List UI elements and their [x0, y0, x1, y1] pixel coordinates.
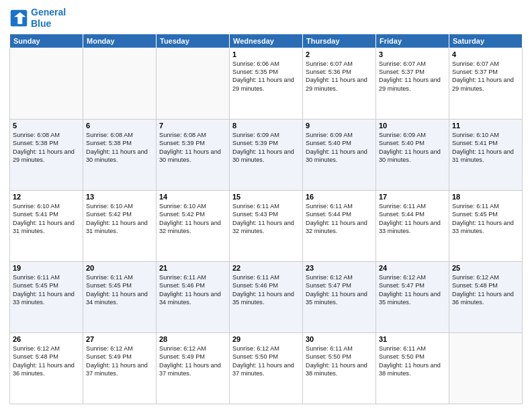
day-info: Sunrise: 6:07 AMSunset: 5:37 PMDaylight:…: [379, 60, 446, 93]
calendar-header-row: SundayMondayTuesdayWednesdayThursdayFrid…: [10, 34, 523, 48]
day-number: 15: [232, 193, 300, 201]
calendar-day-cell: 23Sunrise: 6:12 AMSunset: 5:47 PMDayligh…: [303, 261, 376, 332]
day-info: Sunrise: 6:11 AMSunset: 5:46 PMDaylight:…: [159, 273, 226, 307]
day-number: 6: [86, 122, 153, 130]
calendar-day-cell: 19Sunrise: 6:11 AMSunset: 5:45 PMDayligh…: [10, 261, 83, 332]
day-info: Sunrise: 6:12 AMSunset: 5:50 PMDaylight:…: [232, 345, 300, 378]
day-number: 29: [232, 335, 300, 343]
day-info: Sunrise: 6:06 AMSunset: 5:35 PMDaylight:…: [232, 60, 300, 93]
day-info: Sunrise: 6:10 AMSunset: 5:42 PMDaylight:…: [86, 202, 153, 236]
calendar-day-cell: [449, 332, 523, 404]
calendar-day-cell: 11Sunrise: 6:10 AMSunset: 5:41 PMDayligh…: [449, 119, 523, 190]
day-info: Sunrise: 6:09 AMSunset: 5:39 PMDaylight:…: [232, 131, 300, 165]
day-info: Sunrise: 6:08 AMSunset: 5:39 PMDaylight:…: [159, 131, 226, 165]
day-info: Sunrise: 6:11 AMSunset: 5:45 PMDaylight:…: [452, 202, 519, 236]
calendar-day-header: Sunday: [10, 34, 83, 48]
day-number: 22: [232, 264, 300, 272]
day-info: Sunrise: 6:12 AMSunset: 5:48 PMDaylight:…: [13, 345, 80, 378]
calendar-day-cell: [157, 48, 230, 119]
calendar-week-row: 19Sunrise: 6:11 AMSunset: 5:45 PMDayligh…: [10, 261, 523, 332]
day-number: 28: [159, 335, 226, 343]
day-number: 12: [13, 193, 80, 201]
day-info: Sunrise: 6:11 AMSunset: 5:50 PMDaylight:…: [306, 345, 373, 378]
calendar-table: SundayMondayTuesdayWednesdayThursdayFrid…: [9, 34, 523, 404]
calendar-day-cell: 9Sunrise: 6:09 AMSunset: 5:40 PMDaylight…: [303, 119, 376, 190]
calendar-day-cell: 8Sunrise: 6:09 AMSunset: 5:39 PMDaylight…: [230, 119, 303, 190]
logo: GeneralBlue: [9, 7, 66, 30]
day-info: Sunrise: 6:10 AMSunset: 5:42 PMDaylight:…: [159, 202, 226, 236]
calendar-day-cell: 26Sunrise: 6:12 AMSunset: 5:48 PMDayligh…: [10, 332, 83, 404]
day-number: 1: [232, 50, 300, 58]
day-number: 31: [379, 335, 446, 343]
day-info: Sunrise: 6:08 AMSunset: 5:38 PMDaylight:…: [86, 131, 153, 165]
calendar-day-cell: 4Sunrise: 6:07 AMSunset: 5:37 PMDaylight…: [449, 48, 523, 119]
day-number: 2: [306, 50, 373, 58]
calendar-day-cell: [10, 48, 83, 119]
calendar-week-row: 1Sunrise: 6:06 AMSunset: 5:35 PMDaylight…: [10, 48, 523, 119]
day-info: Sunrise: 6:11 AMSunset: 5:50 PMDaylight:…: [379, 345, 446, 378]
day-info: Sunrise: 6:12 AMSunset: 5:48 PMDaylight:…: [452, 273, 519, 307]
calendar-day-cell: 5Sunrise: 6:08 AMSunset: 5:38 PMDaylight…: [10, 119, 83, 190]
calendar-day-cell: 24Sunrise: 6:12 AMSunset: 5:47 PMDayligh…: [376, 261, 449, 332]
day-number: 3: [379, 50, 446, 58]
header: GeneralBlue: [9, 7, 523, 30]
calendar-day-cell: 3Sunrise: 6:07 AMSunset: 5:37 PMDaylight…: [376, 48, 449, 119]
calendar-day-cell: 21Sunrise: 6:11 AMSunset: 5:46 PMDayligh…: [157, 261, 230, 332]
day-info: Sunrise: 6:11 AMSunset: 5:45 PMDaylight:…: [86, 273, 153, 307]
calendar-day-cell: 16Sunrise: 6:11 AMSunset: 5:44 PMDayligh…: [303, 190, 376, 261]
calendar-day-cell: 1Sunrise: 6:06 AMSunset: 5:35 PMDaylight…: [230, 48, 303, 119]
day-number: 30: [306, 335, 373, 343]
day-info: Sunrise: 6:12 AMSunset: 5:49 PMDaylight:…: [159, 345, 226, 378]
day-info: Sunrise: 6:09 AMSunset: 5:40 PMDaylight:…: [306, 131, 373, 165]
day-info: Sunrise: 6:11 AMSunset: 5:44 PMDaylight:…: [306, 202, 373, 236]
day-number: 14: [159, 193, 226, 201]
day-info: Sunrise: 6:11 AMSunset: 5:45 PMDaylight:…: [13, 273, 80, 307]
day-info: Sunrise: 6:12 AMSunset: 5:47 PMDaylight:…: [306, 273, 373, 307]
day-info: Sunrise: 6:09 AMSunset: 5:40 PMDaylight:…: [379, 131, 446, 165]
calendar-day-cell: 2Sunrise: 6:07 AMSunset: 5:36 PMDaylight…: [303, 48, 376, 119]
day-number: 24: [379, 264, 446, 272]
day-info: Sunrise: 6:10 AMSunset: 5:41 PMDaylight:…: [452, 131, 519, 165]
logo-icon: [9, 9, 28, 28]
day-number: 17: [379, 193, 446, 201]
day-number: 16: [306, 193, 373, 201]
calendar-day-header: Monday: [83, 34, 157, 48]
day-number: 8: [232, 122, 300, 130]
page: GeneralBlue SundayMondayTuesdayWednesday…: [0, 0, 532, 411]
day-info: Sunrise: 6:11 AMSunset: 5:44 PMDaylight:…: [379, 202, 446, 236]
calendar-day-cell: 13Sunrise: 6:10 AMSunset: 5:42 PMDayligh…: [83, 190, 157, 261]
day-number: 23: [306, 264, 373, 272]
calendar-day-cell: 22Sunrise: 6:11 AMSunset: 5:46 PMDayligh…: [230, 261, 303, 332]
day-number: 27: [86, 335, 153, 343]
logo-text: GeneralBlue: [31, 7, 66, 30]
calendar-week-row: 26Sunrise: 6:12 AMSunset: 5:48 PMDayligh…: [10, 332, 523, 404]
calendar-week-row: 5Sunrise: 6:08 AMSunset: 5:38 PMDaylight…: [10, 119, 523, 190]
calendar-day-cell: 30Sunrise: 6:11 AMSunset: 5:50 PMDayligh…: [303, 332, 376, 404]
day-number: 19: [13, 264, 80, 272]
calendar-day-cell: 14Sunrise: 6:10 AMSunset: 5:42 PMDayligh…: [157, 190, 230, 261]
calendar-day-cell: 6Sunrise: 6:08 AMSunset: 5:38 PMDaylight…: [83, 119, 157, 190]
calendar-day-cell: 28Sunrise: 6:12 AMSunset: 5:49 PMDayligh…: [157, 332, 230, 404]
day-number: 4: [452, 50, 519, 58]
day-info: Sunrise: 6:10 AMSunset: 5:41 PMDaylight:…: [13, 202, 80, 236]
calendar-day-cell: 7Sunrise: 6:08 AMSunset: 5:39 PMDaylight…: [157, 119, 230, 190]
calendar-day-cell: 20Sunrise: 6:11 AMSunset: 5:45 PMDayligh…: [83, 261, 157, 332]
calendar-day-cell: [83, 48, 157, 119]
day-info: Sunrise: 6:07 AMSunset: 5:37 PMDaylight:…: [452, 60, 519, 93]
day-info: Sunrise: 6:08 AMSunset: 5:38 PMDaylight:…: [13, 131, 80, 165]
calendar-day-cell: 31Sunrise: 6:11 AMSunset: 5:50 PMDayligh…: [376, 332, 449, 404]
day-number: 20: [86, 264, 153, 272]
day-info: Sunrise: 6:07 AMSunset: 5:36 PMDaylight:…: [306, 60, 373, 93]
day-info: Sunrise: 6:11 AMSunset: 5:43 PMDaylight:…: [232, 202, 300, 236]
day-number: 13: [86, 193, 153, 201]
calendar-day-cell: 15Sunrise: 6:11 AMSunset: 5:43 PMDayligh…: [230, 190, 303, 261]
calendar-day-header: Saturday: [449, 34, 523, 48]
day-number: 18: [452, 193, 519, 201]
calendar-day-header: Friday: [376, 34, 449, 48]
day-number: 10: [379, 122, 446, 130]
day-number: 7: [159, 122, 226, 130]
calendar-day-cell: 12Sunrise: 6:10 AMSunset: 5:41 PMDayligh…: [10, 190, 83, 261]
day-info: Sunrise: 6:11 AMSunset: 5:46 PMDaylight:…: [232, 273, 300, 307]
day-number: 26: [13, 335, 80, 343]
calendar-day-cell: 25Sunrise: 6:12 AMSunset: 5:48 PMDayligh…: [449, 261, 523, 332]
